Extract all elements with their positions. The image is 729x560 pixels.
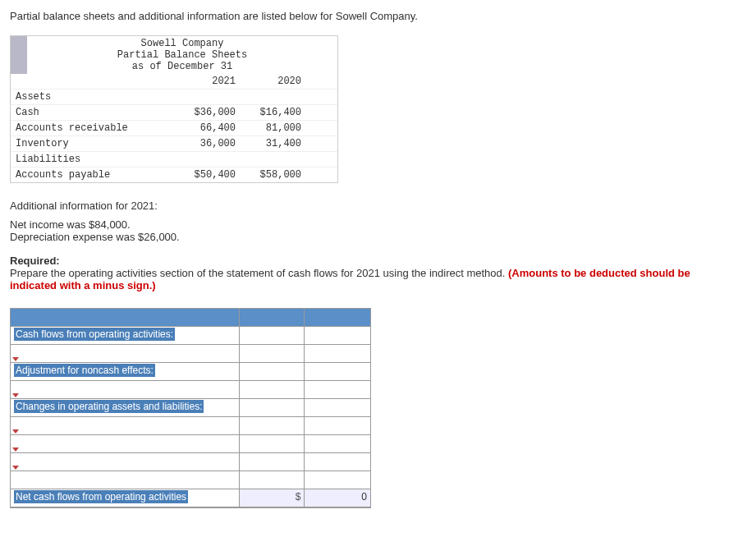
ws-val-2a[interactable] bbox=[240, 345, 305, 362]
bs-ar-2020: 81,000 bbox=[241, 121, 306, 135]
ws-val-1a[interactable] bbox=[240, 327, 305, 344]
ws-row-blank-2[interactable] bbox=[11, 345, 240, 362]
ws-row-blank-4[interactable] bbox=[11, 381, 240, 398]
bs-ar-label: Accounts receivable bbox=[11, 121, 175, 135]
bs-ap-label: Accounts payable bbox=[11, 168, 175, 182]
dropdown-icon[interactable] bbox=[12, 466, 19, 470]
bs-ap-2021: $50,400 bbox=[175, 168, 241, 182]
bs-inv-label: Inventory bbox=[11, 136, 175, 151]
required-section: Required: Prepare the operating activiti… bbox=[10, 255, 719, 291]
ws-val-8a[interactable] bbox=[240, 453, 305, 470]
ws-val-5b[interactable] bbox=[305, 399, 370, 416]
balance-sheet-table: Sowell Company Partial Balance Sheets as… bbox=[10, 35, 338, 183]
ws-row-net-cf[interactable]: Net cash flows from operating activities bbox=[11, 489, 240, 507]
intro-text: Partial balance sheets and additional in… bbox=[10, 10, 719, 22]
ws-val-7a[interactable] bbox=[240, 435, 305, 452]
bs-cash-2021: $36,000 bbox=[175, 105, 241, 120]
dropdown-icon[interactable] bbox=[12, 393, 19, 397]
ws-val-6b[interactable] bbox=[305, 417, 370, 434]
ws-val-6a[interactable] bbox=[240, 417, 305, 434]
additional-line1: Net income was $84,000. bbox=[10, 218, 719, 231]
ws-val-2b[interactable] bbox=[305, 345, 370, 362]
bs-liab-label: Liabilities bbox=[11, 152, 175, 167]
additional-line2: Depreciation expense was $26,000. bbox=[10, 231, 719, 243]
additional-heading: Additional information for 2021: bbox=[10, 200, 719, 212]
dropdown-icon[interactable] bbox=[12, 429, 19, 434]
cashflow-worksheet: Cash flows from operating activities: Ad… bbox=[10, 308, 371, 508]
bs-inv-2020: 31,400 bbox=[241, 136, 306, 151]
dropdown-icon[interactable] bbox=[12, 357, 19, 361]
bs-year-2021: 2021 bbox=[175, 74, 241, 89]
ws-total-value: 0 bbox=[305, 489, 370, 507]
bs-assets-label: Assets bbox=[11, 90, 175, 104]
ws-row-adj-noncash[interactable]: Adjustment for noncash effects: bbox=[11, 363, 240, 380]
ws-val-8b[interactable] bbox=[305, 453, 370, 470]
ws-total-symbol: $ bbox=[240, 489, 305, 507]
bs-company: Sowell Company bbox=[29, 38, 336, 49]
bs-year-2020: 2020 bbox=[241, 74, 306, 89]
bs-ar-2021: 66,400 bbox=[175, 121, 241, 135]
bs-cash-label: Cash bbox=[11, 105, 175, 120]
required-label: Required: bbox=[10, 255, 60, 267]
ws-row-blank-7[interactable] bbox=[11, 435, 240, 452]
ws-val-3a[interactable] bbox=[240, 363, 305, 380]
ws-val-9a[interactable] bbox=[240, 471, 305, 489]
ws-row-cf-ops[interactable]: Cash flows from operating activities: bbox=[11, 327, 240, 344]
ws-val-9b[interactable] bbox=[305, 471, 370, 489]
ws-val-1b[interactable] bbox=[305, 327, 370, 344]
dropdown-icon[interactable] bbox=[12, 448, 19, 452]
ws-val-7b[interactable] bbox=[305, 435, 370, 452]
ws-row-blank-8[interactable] bbox=[11, 453, 240, 470]
bs-ap-2020: $58,000 bbox=[241, 168, 306, 182]
required-text: Prepare the operating activities section… bbox=[10, 267, 508, 279]
ws-val-4b[interactable] bbox=[305, 381, 370, 398]
ws-header-cell bbox=[11, 309, 240, 326]
ws-row-changes-oal[interactable]: Changes in operating assets and liabilit… bbox=[11, 399, 240, 416]
additional-info: Additional information for 2021: Net inc… bbox=[10, 200, 719, 243]
ws-val-4a[interactable] bbox=[240, 381, 305, 398]
bs-asof: as of December 31 bbox=[29, 61, 336, 72]
ws-row-blank-9[interactable] bbox=[11, 471, 240, 489]
ws-row-blank-6[interactable] bbox=[11, 417, 240, 434]
ws-val-5a[interactable] bbox=[240, 399, 305, 416]
bs-cash-2020: $16,400 bbox=[241, 105, 306, 120]
bs-inv-2021: 36,000 bbox=[175, 136, 241, 151]
ws-val-3b[interactable] bbox=[305, 363, 370, 380]
bs-title: Partial Balance Sheets bbox=[29, 49, 336, 61]
